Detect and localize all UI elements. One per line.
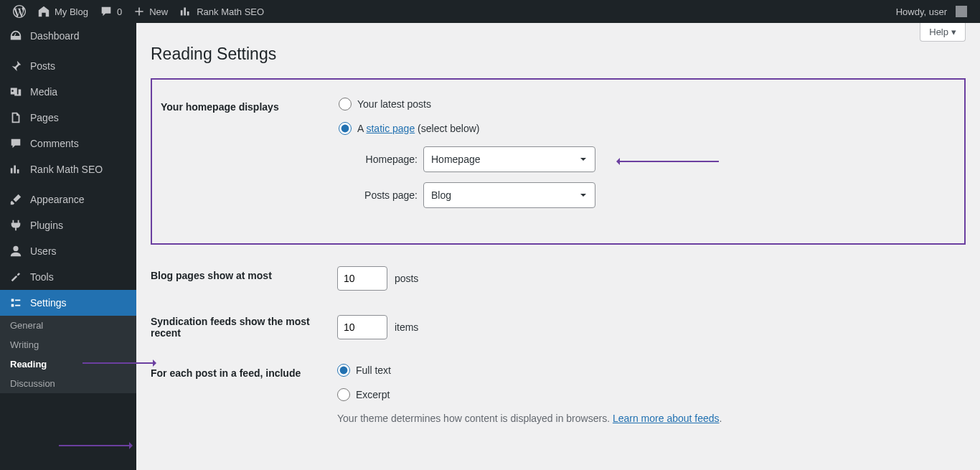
account-link[interactable]: Howdy, user xyxy=(890,0,973,23)
menu-dashboard[interactable]: Dashboard xyxy=(0,23,136,49)
plus-icon xyxy=(133,6,145,17)
wrench-icon xyxy=(9,270,23,284)
site-name-link[interactable]: My Blog xyxy=(32,0,94,23)
svg-point-0 xyxy=(13,246,18,251)
chart-icon xyxy=(179,5,192,18)
posts-page-select[interactable]: Blog xyxy=(423,182,595,208)
menu-plugins[interactable]: Plugins xyxy=(0,212,136,238)
menu-posts[interactable]: Posts xyxy=(0,53,136,79)
page-title: Reading Settings xyxy=(151,44,966,64)
home-icon xyxy=(37,5,50,18)
radio-full-text[interactable] xyxy=(337,364,350,377)
syndication-input[interactable] xyxy=(337,315,387,339)
dashboard-icon xyxy=(9,29,23,43)
pin-icon xyxy=(9,59,23,73)
comments-link[interactable]: 0 xyxy=(94,0,128,23)
menu-users[interactable]: Users xyxy=(0,238,136,264)
menu-rankmath[interactable]: Rank Math SEO xyxy=(0,156,136,182)
homepage-displays-label: Your homepage displays xyxy=(152,87,331,229)
radio-excerpt[interactable] xyxy=(337,388,350,401)
avatar xyxy=(956,6,967,17)
wordpress-icon xyxy=(13,5,26,18)
radio-static-page-label[interactable]: A static page (select below) xyxy=(357,123,479,134)
submenu-reading[interactable]: Reading xyxy=(0,354,136,374)
blog-pages-label: Blog pages show at most xyxy=(151,255,330,301)
radio-full-text-label[interactable]: Full text xyxy=(356,365,391,376)
annotation-arrow-settings xyxy=(83,362,154,364)
static-page-link[interactable]: static page xyxy=(366,123,415,134)
comments-icon xyxy=(9,136,23,151)
feed-description: Your theme determines how content is dis… xyxy=(337,413,958,424)
syndication-unit: items xyxy=(395,321,418,333)
admin-sidebar: Dashboard Posts Media Pages Comments Ran… xyxy=(0,23,136,470)
blog-pages-unit: posts xyxy=(395,273,418,284)
settings-submenu: General Writing Reading Discussion xyxy=(0,316,136,393)
highlight-annotation: Your homepage displays Your latest posts… xyxy=(151,78,966,245)
menu-comments[interactable]: Comments xyxy=(0,131,136,156)
comment-icon xyxy=(100,5,113,18)
menu-settings[interactable]: Settings xyxy=(0,290,136,316)
submenu-writing[interactable]: Writing xyxy=(0,335,136,354)
homepage-select-label: Homepage: xyxy=(353,154,418,165)
plug-icon xyxy=(9,218,23,232)
radio-excerpt-label[interactable]: Excerpt xyxy=(356,389,390,400)
page-icon xyxy=(9,111,23,125)
annotation-arrow xyxy=(618,161,719,162)
homepage-select[interactable]: Homepage xyxy=(423,146,595,172)
help-tab[interactable]: Help ▾ xyxy=(920,23,966,42)
menu-tools[interactable]: Tools xyxy=(0,264,136,290)
settings-icon xyxy=(9,296,23,310)
brush-icon xyxy=(9,192,23,207)
blog-pages-input[interactable] xyxy=(337,266,387,291)
radio-latest-posts[interactable] xyxy=(339,98,352,111)
rankmath-icon xyxy=(9,162,23,177)
rankmath-adminbar[interactable]: Rank Math SEO xyxy=(174,0,270,23)
learn-more-feeds-link[interactable]: Learn more about feeds xyxy=(613,413,720,424)
posts-page-select-label: Posts page: xyxy=(353,189,418,201)
submenu-general[interactable]: General xyxy=(0,316,136,335)
wp-logo[interactable] xyxy=(7,0,32,23)
radio-static-page[interactable] xyxy=(339,122,352,135)
admin-bar: My Blog 0 New Rank Math SEO Howdy, user xyxy=(0,0,980,23)
radio-latest-posts-label[interactable]: Your latest posts xyxy=(357,98,431,110)
menu-appearance[interactable]: Appearance xyxy=(0,187,136,212)
user-icon xyxy=(9,244,23,258)
new-content-link[interactable]: New xyxy=(128,0,174,23)
menu-media[interactable]: Media xyxy=(0,79,136,105)
annotation-arrow-reading xyxy=(59,445,131,446)
menu-pages[interactable]: Pages xyxy=(0,105,136,131)
media-icon xyxy=(9,85,23,99)
syndication-label: Syndication feeds show the most recent xyxy=(151,301,330,353)
chevron-down-icon: ▾ xyxy=(951,27,956,37)
content-area: Help ▾ Reading Settings Your homepage di… xyxy=(136,23,980,470)
feed-include-label: For each post in a feed, include xyxy=(151,353,330,435)
submenu-discussion[interactable]: Discussion xyxy=(0,374,136,393)
